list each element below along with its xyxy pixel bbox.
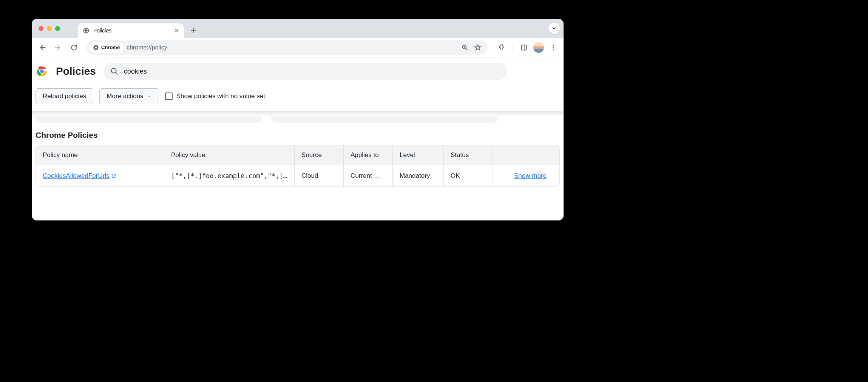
action-bar: Reload policies More actions Show polici…	[32, 83, 564, 111]
address-bar[interactable]: Chrome chrome://policy	[86, 40, 488, 55]
col-policy-name: Policy name	[36, 145, 164, 165]
section-title: Chrome Policies	[32, 123, 564, 145]
back-button[interactable]	[36, 41, 49, 54]
policy-link[interactable]: CookiesAllowedForUrls	[43, 172, 116, 180]
more-actions-button[interactable]: More actions	[99, 88, 159, 104]
cell-actions: Show more	[493, 165, 553, 186]
window-controls	[32, 19, 67, 38]
window-minimize-button[interactable]	[47, 26, 52, 31]
tab-search-button[interactable]	[548, 23, 560, 34]
header-shadow	[32, 111, 564, 116]
new-tab-button[interactable]	[188, 25, 199, 36]
toolbar-right	[493, 41, 560, 54]
cell-level: Mandatory	[393, 165, 444, 186]
toolbar-divider	[513, 43, 513, 52]
show-no-value-checkbox[interactable]: Show policies with no value set	[165, 92, 265, 100]
forward-button[interactable]	[51, 41, 65, 54]
more-actions-label: More actions	[107, 92, 143, 100]
page-title: Policies	[56, 65, 96, 77]
window-maximize-button[interactable]	[55, 26, 60, 31]
cell-status: OK	[444, 165, 493, 186]
policy-search-input[interactable]	[124, 68, 500, 75]
policy-search-bar[interactable]	[103, 63, 507, 80]
zoom-icon[interactable]	[461, 44, 469, 51]
col-applies-to: Applies to	[344, 145, 393, 165]
svg-point-7	[553, 49, 554, 50]
show-no-value-label: Show policies with no value set	[176, 92, 265, 100]
svg-point-5	[553, 45, 554, 46]
menu-button[interactable]	[547, 41, 560, 54]
site-chip-label: Chrome	[101, 45, 120, 50]
tab-title: Policies	[93, 28, 170, 34]
chrome-logo-icon	[36, 65, 48, 78]
info-card-stub	[36, 116, 261, 123]
svg-point-11	[111, 68, 116, 73]
page-content: Policies Reload policies More actions Sh	[32, 57, 564, 220]
browser-window: Policies Chrome	[32, 19, 564, 220]
profile-avatar[interactable]	[533, 42, 544, 53]
cell-source: Cloud	[295, 165, 344, 186]
chrome-icon	[93, 45, 99, 51]
col-source: Source	[295, 145, 344, 165]
tab-strip: Policies	[32, 19, 564, 38]
url-text: chrome://policy	[127, 44, 458, 51]
info-cards-row	[32, 116, 564, 123]
svg-point-6	[553, 47, 554, 48]
browser-toolbar: Chrome chrome://policy	[32, 38, 564, 57]
reload-policies-label: Reload policies	[43, 92, 86, 100]
cell-policy-name: CookiesAllowedForUrls	[36, 165, 164, 186]
caret-down-icon	[147, 94, 152, 99]
policy-table: Policy name Policy value Source Applies …	[36, 145, 560, 187]
table-header-row: Policy name Policy value Source Applies …	[36, 145, 559, 165]
extensions-button[interactable]	[495, 41, 508, 54]
cell-applies-to: Current …	[344, 165, 393, 186]
col-policy-value: Policy value	[164, 145, 295, 165]
reload-button[interactable]	[67, 41, 81, 54]
tab-close-button[interactable]	[174, 28, 179, 33]
col-status: Status	[444, 145, 493, 165]
svg-point-2	[95, 46, 97, 48]
cell-policy-value: ["*,[*.]foo.example.com","*,[*.…	[164, 165, 295, 186]
table-row: CookiesAllowedForUrls ["*,[*.]foo.exampl…	[36, 165, 559, 186]
reload-policies-button[interactable]: Reload policies	[36, 88, 93, 104]
col-actions	[493, 145, 553, 165]
info-card-stub	[271, 116, 497, 123]
search-icon	[110, 67, 119, 75]
window-close-button[interactable]	[39, 26, 43, 31]
col-level: Level	[393, 145, 444, 165]
site-chip[interactable]: Chrome	[89, 42, 124, 53]
globe-icon	[83, 27, 90, 34]
external-link-icon	[111, 173, 116, 179]
browser-tab[interactable]: Policies	[78, 23, 184, 38]
side-panel-button[interactable]	[517, 41, 530, 54]
show-more-link[interactable]: Show more	[500, 172, 547, 180]
checkbox-icon	[165, 92, 173, 100]
bookmark-icon[interactable]	[474, 44, 482, 51]
policy-name-text: CookiesAllowedForUrls	[43, 172, 110, 180]
page-header: Policies	[32, 57, 564, 83]
